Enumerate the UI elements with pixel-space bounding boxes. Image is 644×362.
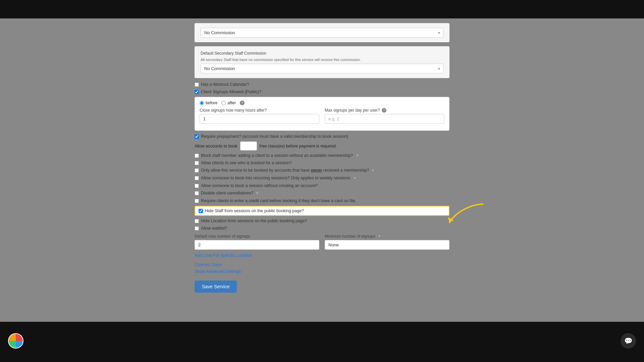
hide-staff-wrapper: Hide Staff from sessions on the public b… — [195, 206, 449, 216]
signups-count-row: Default max number of signups Minimum nu… — [195, 234, 449, 250]
timing-help-icon[interactable]: ? — [240, 101, 245, 105]
disable-cancellations-checkbox[interactable] — [195, 191, 199, 195]
disable-cancellations-label: Disable client cancellations? ? — [201, 191, 260, 196]
disable-cancellations-row: Disable client cancellations? ? — [195, 191, 449, 196]
hide-staff-checkbox[interactable] — [199, 209, 203, 213]
max-signups-label: Max signups per day per user? ? — [325, 108, 444, 113]
radio-after-label: after — [227, 101, 236, 105]
never-received-help-icon[interactable]: ? — [370, 168, 375, 173]
min-signups-help-icon[interactable]: ? — [377, 234, 382, 239]
signups-section: Default max number of signups Minimum nu… — [195, 234, 449, 258]
radio-before-item: before — [200, 101, 217, 105]
require-credit-card-checkbox[interactable] — [195, 199, 199, 203]
allow-recurring-label: Allow someone to book into recurring ses… — [201, 176, 357, 181]
allow-accounts-text: Allow accounts to book — [195, 144, 237, 148]
free-classes-input[interactable] — [240, 141, 257, 150]
free-classes-suffix: free class(es) before payment is require… — [260, 144, 337, 148]
only-allow-never-row: Only allow this service to be booked by … — [195, 168, 449, 173]
client-signups-label: Client Signups Allowed (Public)? — [201, 89, 261, 94]
bottom-bar — [0, 322, 644, 362]
top-bar — [0, 0, 644, 18]
hide-location-row: Hide Location from sessions on the publi… — [195, 219, 449, 223]
hide-location-checkbox[interactable] — [195, 219, 199, 223]
allow-book-no-account-label: Allow someone to book a session without … — [201, 183, 318, 188]
secondary-commission-select[interactable]: No Commission — [201, 64, 443, 73]
radio-before-label: before — [206, 101, 217, 105]
hide-location-label: Hide Location from sessions on the publi… — [201, 219, 307, 223]
cancellations-help-icon[interactable]: ? — [255, 191, 260, 196]
avatar-badge[interactable] — [8, 333, 23, 349]
workout-calendar-checkbox[interactable] — [195, 82, 199, 87]
min-signups-label: Minimum number of signups ? — [325, 234, 449, 239]
allow-accounts-row: Allow accounts to book free class(es) be… — [195, 141, 449, 150]
client-signups-row: Client Signups Allowed (Public)? — [195, 89, 449, 94]
require-prepayment-checkbox[interactable] — [195, 134, 199, 139]
client-signups-checkbox[interactable] — [195, 90, 199, 94]
allow-clients-see-label: Allow clients to see who is booked for a… — [201, 161, 292, 165]
recurring-help-icon[interactable]: ? — [353, 176, 357, 181]
only-allow-never-checkbox[interactable] — [195, 168, 199, 173]
block-staff-help-icon[interactable]: ? — [355, 153, 360, 158]
allow-recurring-row: Allow someone to book into recurring ses… — [195, 176, 449, 181]
save-service-button[interactable]: Save Service — [195, 281, 237, 293]
block-staff-checkbox[interactable] — [195, 154, 199, 158]
bottom-links: Connect Zoom Show Advanced Settings — [195, 262, 449, 274]
close-signups-col: Close signups how many hours after? — [200, 108, 319, 124]
workout-calendar-row: Has a Workout Calendar? — [195, 82, 449, 87]
max-signups-help-icon[interactable]: ? — [382, 108, 386, 113]
arrow-annotation — [446, 201, 486, 228]
max-signups-input[interactable] — [325, 114, 444, 124]
allow-waitlist-row: Allow waitlist? — [195, 226, 449, 231]
primary-commission-wrapper: No Commission ▼ — [201, 28, 443, 38]
require-credit-card-label: Require clients to enter a credit card b… — [201, 198, 356, 203]
chat-icon: 💬 — [624, 337, 633, 345]
allow-recurring-checkbox[interactable] — [195, 176, 199, 180]
chat-button[interactable]: 💬 — [621, 333, 636, 349]
min-signups-col: Minimum number of signups ? — [325, 234, 449, 250]
max-signups-col: Max signups per day per user? ? — [325, 108, 444, 124]
secondary-commission-wrapper: No Commission ▼ — [201, 64, 443, 73]
signups-fields-row: Close signups how many hours after? Max … — [200, 108, 444, 124]
radio-before[interactable] — [200, 101, 204, 105]
hide-staff-label: Hide Staff from sessions on the public b… — [205, 208, 304, 213]
show-advanced-settings-link[interactable]: Show Advanced Settings — [195, 269, 449, 274]
connect-zoom-link[interactable]: Connect Zoom — [195, 262, 449, 267]
allow-waitlist-label: Allow waitlist? — [201, 226, 227, 231]
require-prepayment-row: Require prepayment? (account must have a… — [195, 134, 449, 139]
primary-commission-select[interactable]: No Commission — [201, 28, 443, 38]
radio-row: before after ? — [200, 101, 444, 105]
add-limit-link[interactable]: Add Limit For Specific Location — [195, 253, 449, 258]
secondary-commission-description: All secondary Staff that have no commiss… — [201, 58, 443, 62]
block-staff-label: Block staff member adding a client to a … — [201, 153, 353, 158]
workout-calendar-label: Has a Workout Calendar? — [201, 82, 249, 87]
signups-timing-card: before after ? Close signups how many ho… — [195, 97, 449, 131]
default-max-signups-input[interactable] — [195, 240, 319, 250]
close-signups-label: Close signups how many hours after? — [200, 108, 319, 113]
allow-clients-see-row: Allow clients to see who is booked for a… — [195, 161, 449, 165]
allow-clients-see-checkbox[interactable] — [195, 161, 199, 165]
default-max-signups-col: Default max number of signups — [195, 234, 319, 250]
allow-book-no-account-row: Allow someone to book a session without … — [195, 183, 449, 188]
only-allow-never-label: Only allow this service to be booked by … — [201, 168, 375, 173]
close-signups-input[interactable] — [200, 114, 319, 124]
radio-after[interactable] — [221, 101, 226, 105]
hide-staff-row: Hide Staff from sessions on the public b… — [195, 206, 449, 216]
commission-section: No Commission ▼ — [195, 23, 449, 42]
default-max-signups-label: Default max number of signups — [195, 234, 319, 239]
radio-after-item: after — [221, 101, 236, 105]
require-prepayment-label: Require prepayment? (account must have a… — [201, 134, 348, 139]
allow-book-no-account-checkbox[interactable] — [195, 184, 199, 188]
allow-waitlist-checkbox[interactable] — [195, 226, 199, 231]
block-staff-row: Block staff member adding a client to a … — [195, 153, 449, 158]
secondary-commission-section: Default Secondary Staff Commission All s… — [195, 46, 449, 78]
min-signups-input[interactable] — [325, 240, 449, 250]
secondary-commission-label: Default Secondary Staff Commission — [201, 51, 443, 56]
bottom-actions: Save Service — [195, 277, 449, 319]
require-credit-card-row: Require clients to enter a credit card b… — [195, 198, 449, 203]
